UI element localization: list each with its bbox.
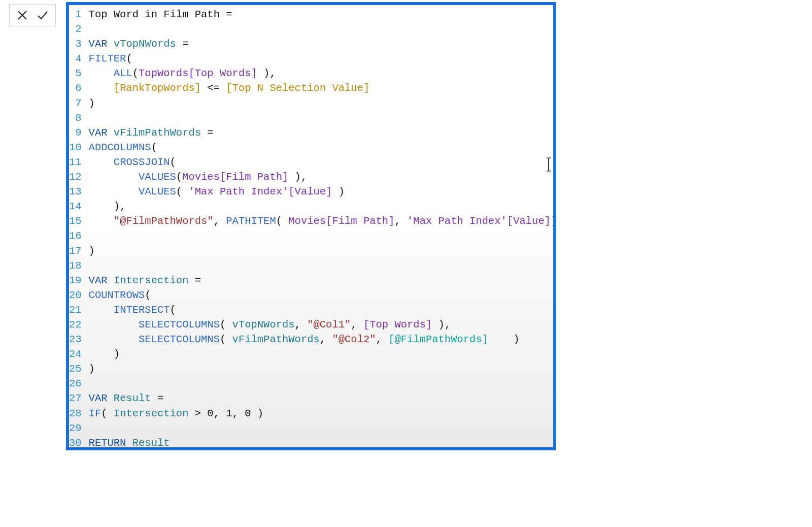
code-line[interactable]: ) (89, 361, 556, 376)
code-line[interactable]: VAR vTopNWords = (89, 37, 556, 51)
code-line[interactable] (89, 228, 556, 243)
cancel-button[interactable] (14, 7, 31, 24)
code-token (89, 82, 114, 94)
code-token: = (176, 38, 189, 50)
code-token: ( (220, 319, 232, 331)
code-token: , (295, 319, 308, 331)
code-line[interactable]: ), (89, 199, 556, 214)
code-token: Result (132, 437, 170, 449)
code-token (89, 334, 139, 345)
code-token: vTopNWords (114, 38, 176, 50)
code-line[interactable]: VAR vFilmPathWords = (89, 125, 556, 140)
code-token: ) (332, 186, 345, 197)
code-token: ( (276, 215, 289, 227)
code-token: ADDCOLUMNS (89, 142, 151, 153)
code-token: FILTER (89, 53, 126, 64)
commit-button[interactable] (34, 7, 51, 24)
code-token: INTERSECT (114, 304, 170, 316)
code-token: , (376, 334, 389, 345)
code-line[interactable]: VAR Intersection = (89, 273, 556, 288)
code-line[interactable]: COUNTROWS( (89, 288, 556, 303)
code-line[interactable]: ADDCOLUMNS( (89, 140, 556, 155)
code-token (126, 437, 132, 449)
code-line[interactable]: VAR Result = (89, 391, 556, 406)
code-line[interactable]: IF( Intersection > 0, 1, 0 ) (89, 406, 556, 421)
code-token: ( (170, 304, 176, 316)
code-token: ) (551, 215, 556, 227)
code-token: [@FilmPathWords] (388, 334, 488, 345)
code-token: ( (132, 68, 139, 79)
code-line[interactable]: Top Word in Film Path = (89, 7, 556, 22)
code-token: = (188, 275, 201, 286)
code-token: PATHITEM (226, 215, 276, 227)
code-token: ) (89, 97, 95, 109)
code-token: [Top Words] (363, 319, 432, 331)
code-token: ( (126, 53, 132, 64)
code-token: VALUES (139, 171, 176, 183)
code-token: ) (488, 334, 520, 345)
code-line[interactable]: INTERSECT( (89, 303, 556, 317)
code-token: vFilmPathWords (232, 334, 320, 345)
code-line[interactable]: SELECTCOLUMNS( vTopNWords, "@Col1", [Top… (89, 317, 556, 332)
code-token: = (201, 127, 214, 139)
code-token: = (226, 9, 232, 20)
code-token: , (351, 319, 363, 331)
code-token: ( (220, 334, 232, 345)
code-line[interactable] (89, 376, 556, 391)
code-token: Result (114, 392, 151, 404)
code-token: VAR (89, 38, 108, 50)
code-token (89, 319, 139, 331)
code-area[interactable]: 1 2 3 4 5 6 7 8 9 10 11 12 13 14 15 16 1… (69, 5, 553, 447)
code-line[interactable]: RETURN Result (89, 436, 556, 450)
code-token (89, 215, 114, 227)
code-token: ( (170, 156, 176, 168)
code-token: ( (101, 408, 114, 419)
code-token: IF (89, 408, 101, 419)
code-token: Intersection (114, 275, 189, 286)
code-line[interactable]: ALL(TopWords[Top Words] ), (89, 66, 556, 81)
code-token: <= (201, 82, 226, 94)
code-token (89, 304, 114, 316)
code-token: SELECTCOLUMNS (139, 319, 220, 331)
code-token: "@Col2" (332, 334, 376, 345)
code-token (89, 186, 139, 197)
code-line[interactable] (89, 421, 556, 436)
code-token: VALUES (139, 186, 176, 197)
code-line[interactable]: ) (89, 244, 556, 258)
code-token: vTopNWords (232, 319, 295, 331)
code-line[interactable]: SELECTCOLUMNS( vFilmPathWords, "@Col2", … (89, 332, 556, 347)
formula-toolbar (9, 4, 56, 26)
line-number-gutter: 1 2 3 4 5 6 7 8 9 10 11 12 13 14 15 16 1… (69, 5, 86, 447)
code-line[interactable]: ) (89, 347, 556, 361)
code-token: , (214, 215, 226, 227)
code-token: Movies[Film Path] (182, 171, 288, 183)
code-token (89, 171, 139, 183)
code-token: ( (145, 289, 151, 301)
code-token: Movies[Film Path] (288, 215, 394, 227)
code-token: vFilmPathWords (114, 127, 201, 139)
code-token: [RankTopWords] (114, 82, 201, 94)
code-content[interactable]: Top Word in Film Path = VAR vTopNWords =… (86, 5, 556, 447)
code-token (108, 392, 114, 404)
check-icon (37, 9, 49, 21)
code-line[interactable]: CROSSJOIN( (89, 155, 556, 170)
code-token: COUNTROWS (89, 289, 145, 301)
code-token (89, 156, 114, 168)
code-token: TopWords[Top Words] (139, 68, 257, 79)
code-token: VAR (89, 275, 108, 286)
code-token: Top Word in Film Path (89, 9, 226, 20)
dax-editor[interactable]: 1 2 3 4 5 6 7 8 9 10 11 12 13 14 15 16 1… (66, 2, 556, 450)
code-token: VAR (89, 127, 108, 139)
code-line[interactable]: FILTER( (89, 51, 556, 66)
code-line[interactable] (89, 111, 556, 125)
code-line[interactable] (89, 22, 556, 37)
code-token: > 0, 1, 0 ) (188, 408, 263, 419)
code-line[interactable]: [RankTopWords] <= [Top N Selection Value… (89, 81, 556, 95)
code-line[interactable]: VALUES( 'Max Path Index'[Value] ) (89, 184, 556, 199)
code-line[interactable]: VALUES(Movies[Film Path] ), (89, 170, 556, 184)
code-line[interactable] (89, 258, 556, 273)
code-token: ) (89, 363, 95, 375)
code-line[interactable]: "@FilmPathWords", PATHITEM( Movies[Film … (89, 214, 556, 228)
code-line[interactable]: ) (89, 96, 556, 111)
code-token: ), (432, 319, 451, 331)
